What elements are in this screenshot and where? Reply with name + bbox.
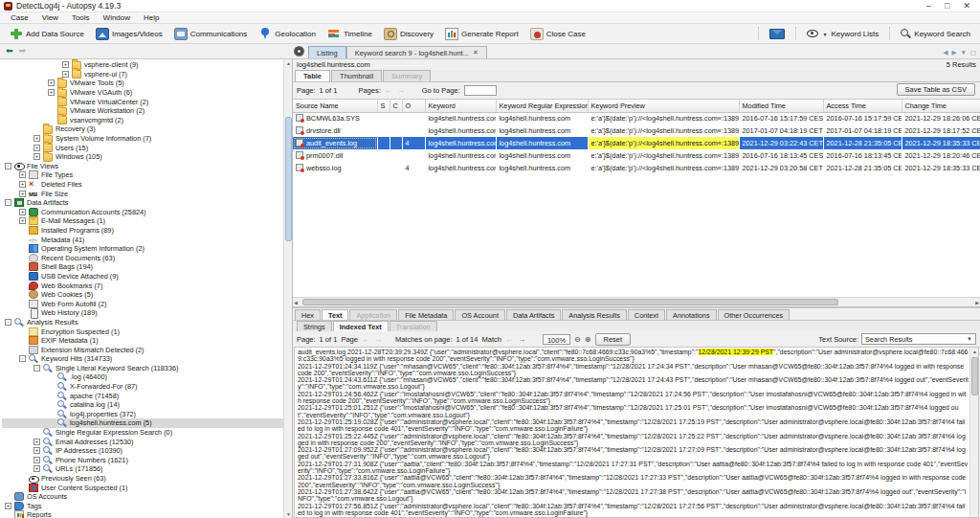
menu-window[interactable]: Window — [97, 13, 137, 22]
tree-item-reports[interactable]: Reports — [2, 510, 292, 518]
tree-item-ip-addresses-10390[interactable]: +IP Addresses (10390) — [2, 446, 292, 456]
expand-icon[interactable]: + — [33, 135, 40, 142]
expand-icon[interactable]: + — [33, 439, 40, 445]
prev-match-button[interactable]: ← — [505, 335, 513, 344]
tree-item-log-46400[interactable]: .log (46400) — [2, 372, 292, 382]
tree-item-phone-numbers-1621[interactable]: +Phone Numbers (1621) — [2, 456, 292, 465]
next-page-button[interactable]: → — [397, 86, 405, 95]
expand-icon[interactable]: + — [33, 145, 40, 151]
collapse-icon[interactable]: - — [19, 355, 26, 362]
scroll-left-icon[interactable]: ◀ — [294, 299, 298, 306]
tab-keyword-search-9-log4shell-hunt[interactable]: Keyword search 9 - log4shell.hunt...✕ — [346, 46, 487, 58]
expand-icon[interactable]: + — [62, 61, 69, 68]
column-header-keyword-preview[interactable]: Keyword Preview — [588, 100, 739, 112]
tree-item-previously-seen-63[interactable]: Previously Seen (63) — [2, 474, 292, 484]
table-row[interactable]: websso.log4log4shell.huntress.comlog4she… — [293, 162, 980, 174]
tree-item-os-accounts[interactable]: OS Accounts — [2, 492, 292, 502]
menu-case[interactable]: Case — [4, 13, 35, 22]
tree-item-usb-device-attached-9[interactable]: USB Device Attached (9) — [2, 272, 292, 282]
expand-icon[interactable]: + — [33, 457, 40, 463]
text-source-select[interactable]: Search Results ▼ — [861, 333, 976, 345]
zoom-in-icon[interactable]: ⊕ — [585, 335, 591, 344]
tree-item-file-types[interactable]: +File Types — [2, 170, 292, 180]
tree-item-vsphere-client-9[interactable]: +vsphere-client (9) — [2, 60, 292, 70]
images-videos-button[interactable]: Images/Videos — [90, 25, 168, 43]
tree-item-urls-171856[interactable]: +URLs (171856) — [2, 464, 292, 474]
expand-icon[interactable]: + — [19, 171, 26, 178]
tree-item-vmware-workstation-2[interactable]: VMware Workstation (2) — [2, 106, 292, 116]
generate-report-button[interactable]: Generate Report — [439, 25, 524, 43]
tree-item-log4shell-huntress-com-5[interactable]: log4shell.huntress.com (5) — [2, 418, 292, 428]
column-header-c[interactable]: C — [390, 100, 402, 112]
close-icon[interactable]: ✕ — [473, 49, 479, 56]
scroll-up-icon[interactable]: ▲ — [970, 348, 979, 356]
tab-analysis-results[interactable]: Analysis Results — [562, 309, 627, 320]
tree-item-web-history-189[interactable]: Web History (189) — [2, 308, 292, 318]
communications-button[interactable]: Communications — [168, 25, 254, 43]
close-button[interactable]: ✕ — [963, 1, 970, 11]
table-horizontal-scrollbar[interactable]: ◀ ▶ — [293, 297, 980, 306]
tree-item-metadata-41[interactable]: Metadata (41) — [2, 235, 292, 244]
expand-icon[interactable]: + — [19, 191, 26, 197]
tree-scrollbar-thumb[interactable] — [285, 117, 292, 241]
goto-page-input[interactable] — [464, 85, 497, 96]
maximize-button[interactable]: □ — [945, 1, 949, 11]
keyword-lists-button[interactable]: ▾ Keyword Lists — [801, 27, 884, 41]
collapse-icon[interactable]: - — [5, 163, 11, 169]
column-header-o[interactable]: O — [402, 100, 425, 112]
tab-indexed-text[interactable]: Indexed Text — [333, 321, 389, 331]
expand-icon[interactable]: + — [19, 181, 26, 188]
save-table-csv-button[interactable]: Save Table as CSV — [897, 83, 975, 96]
table-row[interactable]: BCMWL63a.SYSlog4shell.huntress.comlog4sh… — [293, 112, 980, 124]
scroll-up-icon[interactable]: ▲ — [284, 59, 293, 68]
h-scrollbar-thumb[interactable] — [302, 299, 838, 305]
tab-file-metadata[interactable]: File Metadata — [398, 309, 454, 320]
column-header-s[interactable]: S — [377, 100, 390, 112]
column-header-keyword[interactable]: Keyword — [425, 100, 496, 112]
tree-item-data-artifacts[interactable]: -Data Artifacts — [2, 198, 292, 208]
text-scrollbar-thumb[interactable] — [971, 357, 978, 395]
tree-item-exif-metadata-1[interactable]: EXIF Metadata (1) — [2, 336, 292, 346]
expand-icon[interactable]: + — [48, 79, 55, 86]
tab-strings[interactable]: Strings — [297, 321, 332, 331]
tab-context[interactable]: Context — [628, 309, 665, 320]
tree-item-extension-mismatch-detected-2[interactable]: Extension Mismatch Detected (2) — [2, 345, 292, 354]
tree-item-web-cookies-5[interactable]: Web Cookies (5) — [2, 290, 292, 300]
scroll-right-icon[interactable]: ▶ — [975, 299, 979, 306]
tree-item-recent-documents-63[interactable]: Recent Documents (63) — [2, 253, 292, 262]
tree-item-vmware-virtualcenter-2[interactable]: VMware VirtualCenter (2) — [2, 97, 292, 106]
collapse-icon[interactable]: - — [5, 319, 11, 326]
tab-hex[interactable]: Hex — [295, 309, 321, 320]
geolocation-button[interactable]: Geolocation — [253, 25, 322, 43]
zoom-reset-button[interactable]: Reset — [595, 333, 632, 346]
tab-os-account[interactable]: OS Account — [455, 309, 505, 320]
zoom-level-field[interactable]: 100% — [543, 334, 570, 345]
tab-table[interactable]: Table — [295, 70, 330, 81]
tree-item-operating-system-information-2[interactable]: Operating System Information (2) — [2, 244, 292, 254]
scroll-down-icon[interactable]: ▼ — [284, 510, 293, 518]
tree-item-installed-programs-89[interactable]: Installed Programs (89) — [2, 226, 292, 236]
tree-item-user-content-suspected-1[interactable]: User Content Suspected (1) — [2, 483, 292, 492]
menu-help[interactable]: Help — [137, 13, 166, 22]
tree-item-deleted-files[interactable]: +Deleted Files — [2, 180, 292, 190]
tab-text[interactable]: Text — [322, 309, 348, 320]
tree-item-vmware-vgauth-6[interactable]: +VMware VGAuth (6) — [2, 88, 292, 98]
expand-icon[interactable]: + — [5, 503, 11, 509]
text-scrollbar[interactable]: ▲ — [969, 348, 978, 517]
tree-item-communication-accounts-25824[interactable]: +Communication Accounts (25824) — [2, 208, 292, 217]
tree-item-file-views[interactable]: -File Views — [2, 162, 292, 171]
expand-icon[interactable]: + — [33, 153, 40, 160]
menu-view[interactable]: View — [35, 13, 65, 22]
tree-item-keyword-hits-314733[interactable]: -Keyword Hits (314733) — [2, 354, 292, 364]
tree-item-e-mail-messages-1[interactable]: +E-Mail Messages (1) — [2, 216, 292, 226]
tab-data-artifacts[interactable]: Data Artifacts — [506, 309, 561, 320]
tab-annotations[interactable]: Annotations — [666, 309, 717, 320]
next-match-button[interactable]: → — [518, 335, 525, 344]
tree-item-x-forwarded-for-87[interactable]: X-Forwarded-For (87) — [2, 382, 292, 392]
tree-item-vmware-tools-5[interactable]: +VMware Tools (5) — [2, 79, 292, 88]
collapse-icon[interactable]: - — [5, 199, 11, 206]
tree-item-web-form-autofill-2[interactable]: Web Form Autofill (2) — [2, 299, 292, 308]
timeline-button[interactable]: Timeline — [322, 25, 378, 43]
collapse-icon[interactable]: - — [33, 365, 40, 372]
expand-icon[interactable]: + — [62, 71, 69, 78]
